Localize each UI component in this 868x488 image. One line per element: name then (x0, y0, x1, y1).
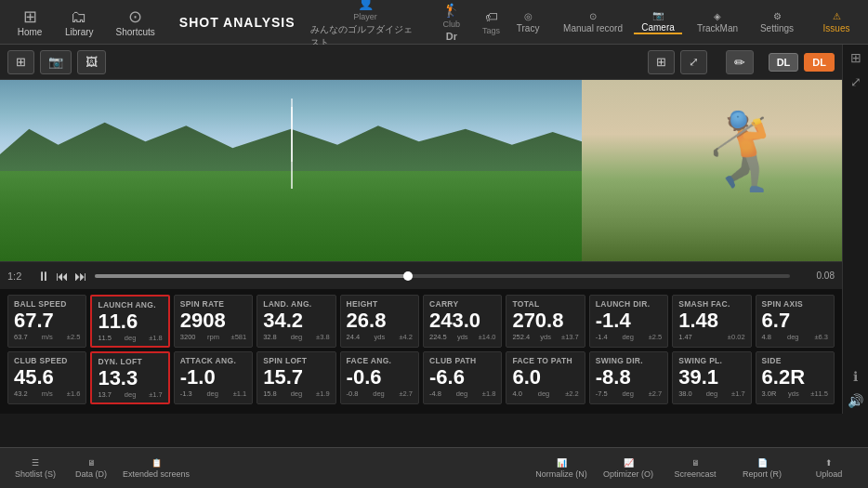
camera-icon: 📷 (652, 10, 664, 20)
playback-bar: 1:2 ⏸ ⏮ ⏭ 0.08 (0, 261, 842, 289)
bottom-data[interactable]: 🖥 Data (D) (67, 458, 115, 479)
stat-dyn-loft: DYN. LOFT 13.3 13.7 deg ±1.7 (90, 351, 169, 404)
data-icon: 🖥 (87, 458, 96, 468)
bottom-extended[interactable]: 📋 Extended screens (123, 458, 190, 479)
stat-attack-ang: ATTACK ANG. -1.0 -1.3 deg ±1.1 (174, 351, 253, 404)
stat-launch-dir: LAUNCH DIR. -1.4 -1.4 deg ±2.5 (589, 295, 668, 348)
bottom-normalize[interactable]: 📊 Normalize (N) (533, 458, 589, 479)
playback-ratio: 1:2 (7, 270, 30, 282)
stats-row-1: BALL SPEED 67.7 63.7 m/s ±2.5 LAUNCH ANG… (7, 295, 835, 348)
tags-icon: 🏷 (485, 9, 498, 24)
bottom-right: 📊 Normalize (N) 📈 Optimizer (O) 🖥 Screen… (533, 458, 857, 479)
page-title: SHOT ANALYSIS (168, 15, 307, 30)
stat-spin-axis: SPIN AXIS 6.7 4.8 deg ±6.3 (756, 295, 835, 348)
prev-frame-button[interactable]: ⏮ (56, 269, 69, 284)
video-left (0, 80, 582, 261)
normalize-icon: 📊 (557, 458, 567, 468)
shortcuts-icon: ⊙ (128, 7, 142, 27)
right-side-controls: ⊞ ⤢ ℹ 🔊 (842, 45, 868, 414)
side-grid-btn[interactable]: ⊞ (850, 50, 861, 65)
optimizer-icon: 📈 (624, 458, 634, 468)
side-info-btn[interactable]: ℹ (853, 369, 858, 384)
main-content-wrapper: ⊞ 📷 🖼 ⊞ ⤢ ✏ DL DL (0, 45, 868, 414)
stat-swing-dir: SWING DIR. -8.8 -7.5 deg ±2.7 (589, 351, 668, 404)
top-navigation: ⊞ Home 🗂 Library ⊙ Shortcuts SHOT ANALYS… (0, 0, 868, 45)
stat-spin-rate: SPIN RATE 2908 3200 rpm ±581 (174, 295, 253, 348)
manual-record-icon: ⊙ (589, 11, 597, 21)
data-section: BALL SPEED 67.7 63.7 m/s ±2.5 LAUNCH ANG… (0, 289, 842, 414)
video-right: 🏌 (582, 80, 842, 261)
timeline[interactable] (95, 274, 790, 278)
nav-home[interactable]: ⊞ Home (7, 3, 52, 41)
playback-controls: ⏸ ⏮ ⏭ (37, 269, 87, 284)
report-icon: 📄 (757, 458, 768, 468)
swing-video: 🏌 (582, 80, 842, 261)
screencast-icon: 🖥 (691, 458, 700, 468)
stat-club-path: CLUB PATH -6.6 -4.8 deg ±1.8 (423, 351, 502, 404)
nav-shortcuts[interactable]: ⊙ Shortcuts (107, 3, 164, 41)
stat-swing-pl: SWING PL. 39.1 38.0 deg ±1.7 (672, 351, 751, 404)
tracy-icon: ◎ (524, 11, 533, 21)
stat-club-speed: CLUB SPEED 45.6 43.2 m/s ±1.6 (7, 351, 86, 404)
stat-spin-loft: SPIN LOFT 15.7 15.8 deg ±1.9 (256, 351, 335, 404)
side-volume-btn[interactable]: 🔊 (848, 393, 863, 408)
draw-btn[interactable]: ✏ (726, 50, 754, 74)
stat-smash-fac: SMASH FAC. 1.48 1.47 ±0.02 (672, 295, 751, 348)
bottom-screencast[interactable]: 🖥 Screencast (667, 458, 723, 479)
time-display: 0.08 (797, 270, 835, 281)
nav-camera[interactable]: 📷 Camera (634, 10, 682, 34)
bottom-bar: ☰ Shotlist (S) 🖥 Data (D) 📋 Extended scr… (0, 447, 868, 488)
library-icon: 🗂 (71, 7, 87, 27)
bottom-upload[interactable]: ⬆ Upload (801, 458, 857, 479)
camera-btn[interactable]: 📷 (40, 50, 72, 74)
nav-player[interactable]: 👤 Player みんなのゴルフダイジェスト (310, 0, 421, 49)
next-frame-button[interactable]: ⏭ (74, 269, 87, 284)
nav-trackman[interactable]: ◈ TrackMan (693, 11, 742, 33)
side-expand-btn[interactable]: ⤢ (850, 74, 861, 89)
timeline-fill (95, 274, 408, 278)
stat-height: HEIGHT 26.8 24.4 yds ±4.2 (340, 295, 419, 348)
grid-view-btn[interactable]: ⊞ (648, 50, 675, 74)
bottom-optimizer[interactable]: 📈 Optimizer (O) (600, 458, 656, 479)
nav-issues[interactable]: ⚠ Issues (812, 11, 861, 33)
nav-club[interactable]: 🏌 Club Dr (443, 3, 461, 42)
issues-icon: ⚠ (833, 11, 841, 21)
timeline-thumb (403, 271, 413, 281)
golf-course-video (0, 80, 582, 261)
stat-land-ang: LAND. ANG. 34.2 32.8 deg ±3.8 (256, 295, 335, 348)
nav-library[interactable]: 🗂 Library (56, 4, 103, 41)
dl2-button[interactable]: DL (804, 53, 835, 72)
extended-icon: 📋 (151, 458, 162, 468)
nav-right: ◎ Tracy ⊙ Manual record 📷 Camera ◈ Track… (504, 10, 861, 34)
home-icon: ⊞ (23, 7, 37, 27)
expand-btn[interactable]: ⤢ (680, 50, 707, 74)
player-icon: 👤 (358, 0, 374, 10)
stat-ball-speed: BALL SPEED 67.7 63.7 m/s ±2.5 (7, 295, 86, 348)
shotlist-icon: ☰ (32, 458, 39, 468)
nav-center: 👤 Player みんなのゴルフダイジェスト 🏌 Club Dr 🏷 Tags (310, 0, 500, 49)
video-row: 🏌 (0, 80, 842, 261)
main-left: ⊞ 📷 🖼 ⊞ ⤢ ✏ DL DL (0, 45, 842, 414)
stat-face-ang: FACE ANG. -0.6 -0.8 deg ±2.7 (340, 351, 419, 404)
stat-carry: CARRY 243.0 224.5 yds ±14.0 (423, 295, 502, 348)
nav-settings[interactable]: ⚙ Settings (753, 11, 801, 33)
stat-face-to-path: FACE TO PATH 6.0 4.0 deg ±2.2 (506, 351, 585, 404)
dl1-button[interactable]: DL (769, 53, 799, 72)
nav-manual-record[interactable]: ⊙ Manual record (563, 11, 623, 33)
pause-button[interactable]: ⏸ (37, 269, 50, 284)
upload-icon: ⬆ (825, 458, 833, 468)
bottom-report[interactable]: 📄 Report (R) (734, 458, 790, 479)
stats-row-2: CLUB SPEED 45.6 43.2 m/s ±1.6 DYN. LOFT … (7, 351, 835, 404)
nav-tags[interactable]: 🏷 Tags (482, 9, 500, 35)
toolbar: ⊞ 📷 🖼 ⊞ ⤢ ✏ DL DL (0, 45, 842, 80)
stat-side: SIDE 6.2R 3.0R yds ±11.5 (756, 351, 835, 404)
image-btn[interactable]: 🖼 (77, 50, 106, 74)
stat-launch-ang: LAUNCH ANG. 11.6 11.5 deg ±1.8 (90, 295, 169, 348)
trackman-icon: ◈ (714, 11, 721, 21)
nav-tracy[interactable]: ◎ Tracy (504, 11, 552, 33)
bottom-shotlist[interactable]: ☰ Shotlist (S) (11, 458, 59, 479)
club-icon: 🏌 (443, 3, 459, 18)
stat-total: TOTAL 270.8 252.4 yds ±13.7 (506, 295, 585, 348)
grid-btn[interactable]: ⊞ (7, 50, 34, 74)
settings-icon: ⚙ (773, 11, 782, 21)
